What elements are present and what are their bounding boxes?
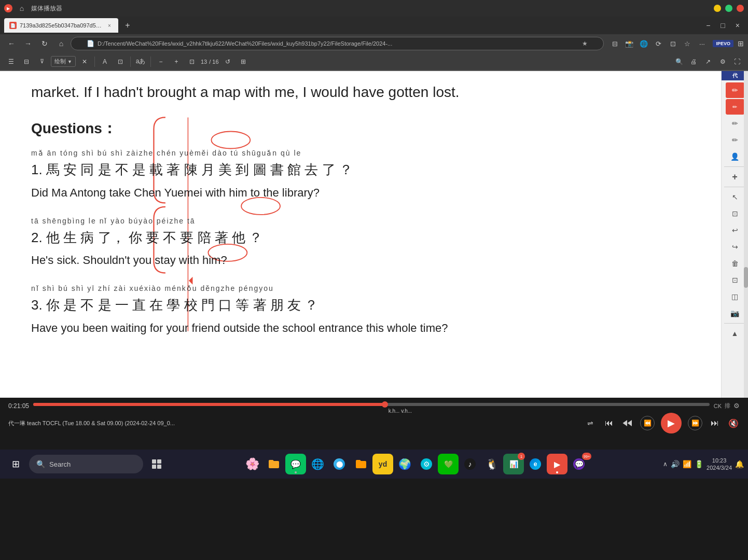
taskbar-app-mediaplayer[interactable]: ▶ (547, 454, 567, 474)
taskbar-app-cherry[interactable]: 🌸 (242, 454, 262, 474)
pdf-zoom-out[interactable]: − (154, 55, 168, 68)
pdf-draw-button[interactable]: 绘制 ▼ (51, 56, 76, 67)
user-profile-button[interactable]: 👤 (726, 149, 744, 164)
marker-button[interactable]: ✏ (726, 132, 744, 148)
pdf-zoom-in[interactable]: + (170, 55, 183, 68)
pdf-text-button[interactable]: A (98, 55, 112, 68)
browser-minimize[interactable]: − (702, 19, 714, 32)
taskbar-app-edge[interactable]: e (525, 454, 546, 474)
rewind-10-button[interactable]: ⏪ (640, 416, 655, 430)
reader-view-button[interactable]: ⊟ (608, 37, 621, 50)
volume-icon[interactable]: 🔊 (671, 460, 680, 468)
play-button[interactable]: ▶ (661, 413, 682, 433)
network-icon[interactable]: 📶 (683, 460, 691, 468)
redo-button[interactable]: ↪ (726, 239, 744, 255)
browser-maximize[interactable]: □ (716, 19, 729, 32)
favorites-button[interactable]: ☆ (681, 37, 694, 50)
tab-close-button[interactable]: × (106, 22, 113, 29)
app-title: 媒体播放器 (31, 4, 710, 13)
mute-button[interactable]: 🔇 (727, 417, 740, 429)
browser-tab-active[interactable]: 📄 7139a3d825e5b0347ba097d530... × (4, 18, 118, 33)
pdf-font-button[interactable]: aあ (134, 55, 147, 68)
home-button[interactable]: ⌂ (54, 36, 68, 51)
translate-button[interactable]: 🌐 (637, 37, 650, 50)
screenshot-button[interactable]: 📸 (622, 37, 636, 50)
notification-center-button[interactable]: 🔔 (735, 460, 744, 468)
start-button[interactable]: ⊞ (4, 453, 27, 475)
pdf-rotate-button[interactable]: ↺ (221, 55, 234, 68)
taskbar-app-notification[interactable]: 💬 99+ (569, 454, 589, 474)
pdf-fullscreen-button[interactable]: ⛶ (730, 55, 744, 68)
rewind-button[interactable] (621, 417, 634, 429)
back-button[interactable]: ← (4, 36, 19, 51)
add-button[interactable]: + (726, 169, 744, 185)
pdf-fit-page[interactable]: ⊡ (185, 55, 199, 68)
forward-button[interactable]: → (21, 36, 35, 51)
taskbar-app-wechat[interactable]: 💬 (285, 454, 306, 474)
settings-video-button[interactable]: ⚙ (733, 402, 740, 410)
highlighter-button[interactable]: ✏ (726, 116, 744, 131)
refresh-button[interactable]: ↻ (37, 36, 52, 51)
fit-button[interactable]: ⊡ (726, 272, 744, 288)
scroll-up-button[interactable]: ▲ (726, 326, 744, 341)
shape-tool-button[interactable]: ⊡ (726, 206, 744, 221)
progress-bar[interactable]: k.h... v.h... (33, 403, 710, 406)
pen-tool-button[interactable]: ✏ (726, 82, 744, 98)
system-clock[interactable]: 10:23 2024/3/24 (707, 457, 732, 472)
taskbar-app-chrome[interactable]: 🌐 (307, 454, 328, 474)
pdf-eraser-button[interactable]: ✕ (78, 55, 91, 68)
taskbar-app-blue[interactable]: ⬤ (329, 454, 350, 474)
taskbar-app-folder[interactable] (351, 454, 371, 474)
shuffle-button[interactable]: ⇌ (584, 417, 597, 429)
pdf-search-button[interactable]: 🔍 (672, 55, 686, 68)
pdf-singlepage-button[interactable]: ⊡ (114, 55, 127, 68)
sidebar-quick-icon[interactable]: ⊞ (738, 39, 744, 48)
taskbar-app-earth[interactable]: 🌍 (394, 454, 415, 474)
scroll-thumb[interactable] (744, 267, 748, 288)
pdf-draw-dropdown[interactable]: ⊽ (35, 55, 49, 68)
pdf-share-button[interactable]: ↗ (701, 55, 715, 68)
taskbar-app-music[interactable]: ♪ (460, 454, 480, 474)
taskbar-app-gear[interactable]: ⚙ (416, 454, 437, 474)
ck-button[interactable]: CK (714, 403, 722, 409)
address-input[interactable]: 📄 D:/Tencent/WeChat%20Files/wxid_v2hhk7t… (71, 37, 604, 50)
invert-button[interactable]: ◫ (726, 289, 744, 304)
prev-button[interactable]: ⏮ (603, 417, 615, 429)
undo-button[interactable]: ↩ (726, 222, 744, 238)
delete-button[interactable]: 🗑 (726, 256, 744, 271)
task-view-button[interactable] (145, 453, 168, 475)
taskbar-app-excel[interactable]: 📊 1 (503, 454, 524, 474)
maximize-button[interactable] (725, 5, 732, 12)
pdf-print-button[interactable]: 🖨 (687, 55, 700, 68)
pdf-menu-button[interactable]: ☰ (4, 55, 18, 68)
add-tab-button[interactable]: + (120, 18, 135, 33)
taskbar-app-line[interactable]: 💚 (438, 454, 459, 474)
taskbar-app-qq[interactable]: 🐧 (481, 454, 502, 474)
minimize-button[interactable] (714, 5, 721, 12)
forward-30-button[interactable]: ⏩ (688, 416, 702, 430)
tray-expand-button[interactable]: ∧ (663, 460, 668, 468)
red-pen-button[interactable]: ✏ (726, 99, 744, 115)
battery-icon[interactable]: 🔋 (695, 460, 703, 468)
close-button[interactable] (737, 5, 744, 12)
taskbar-app-yd[interactable]: yd (372, 454, 393, 474)
search-bar[interactable]: 🔍 Search (29, 455, 143, 473)
sync-button[interactable]: ⟳ (652, 37, 665, 50)
question-1-chinese: 1. 馬 安 同 是 不 是 載 著 陳 月 美 到 圖 書 館 去 了 ？ (31, 159, 690, 181)
tab-sync-button[interactable]: ⊡ (666, 37, 680, 50)
pdf-outline-button[interactable]: ⊟ (20, 55, 33, 68)
scroll-indicator[interactable] (744, 71, 748, 398)
question-1-english: Did Ma Antong take Chen Yuemei with him … (31, 184, 690, 201)
cursor-tool-button[interactable]: ↖ (726, 189, 744, 205)
taskbar-app-files[interactable] (264, 454, 284, 474)
menu-button[interactable]: ··· (695, 37, 709, 50)
next-button[interactable]: ⏭ (709, 417, 721, 429)
hd-button[interactable]: 排 (725, 402, 730, 410)
browser-close[interactable]: × (731, 19, 744, 32)
camera-button[interactable]: 📷 (726, 305, 744, 321)
address-bar: ← → ↻ ⌂ 📄 D:/Tencent/WeChat%20Files/wxid… (0, 34, 748, 53)
pdf-top-text: market. If I hadn't brought a map with m… (31, 81, 690, 103)
home-icon[interactable]: ⌂ (17, 3, 27, 13)
pdf-split-button[interactable]: ⊞ (237, 55, 250, 68)
pdf-settings-button[interactable]: ⚙ (716, 55, 729, 68)
